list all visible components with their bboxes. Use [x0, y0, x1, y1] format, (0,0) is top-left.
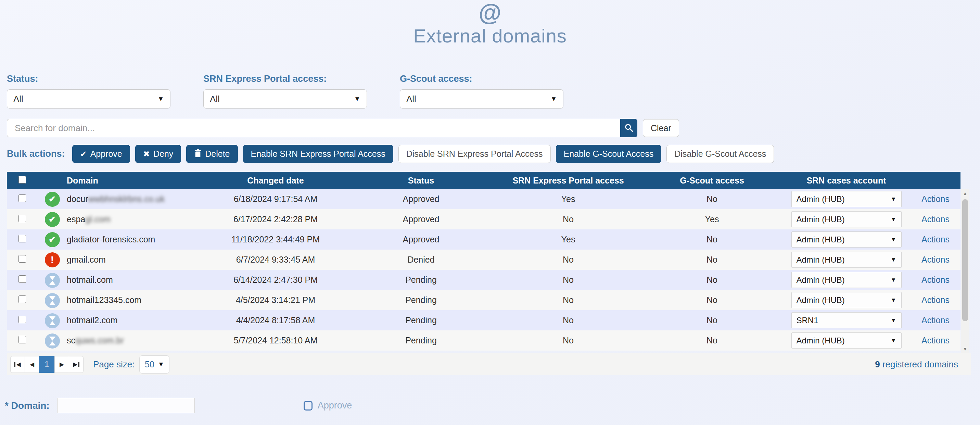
clear-search-button[interactable]: Clear	[643, 119, 679, 137]
domain-cell: hotmail2.com	[67, 310, 204, 330]
domain-column-header: Domain	[67, 172, 204, 189]
x-icon: ✖	[143, 150, 150, 158]
pending-status-icon	[45, 273, 60, 288]
actions-link[interactable]: Actions	[921, 194, 950, 204]
changed-date-cell: 6/14/2024 2:47:30 PM	[204, 270, 347, 290]
bulk-deny-button[interactable]: ✖ Deny	[135, 145, 181, 163]
srn-access-cell: Yes	[495, 230, 642, 250]
search-input[interactable]	[7, 119, 620, 137]
table-row: ✔ docurwwbhnsklrbns.co.uk 6/18/2024 9:17…	[7, 189, 961, 209]
changed-date-cell: 4/4/2024 8:17:58 AM	[204, 310, 347, 330]
filter-srn-access: SRN Express Portal access: All ▼	[203, 73, 367, 108]
actions-link[interactable]: Actions	[921, 315, 950, 325]
row-checkbox[interactable]	[19, 295, 26, 303]
scrollbar-thumb[interactable]	[962, 199, 968, 321]
bulk-delete-button[interactable]: Delete	[186, 145, 237, 163]
domain-cell: espagl.com	[67, 209, 204, 230]
table-row: hotmail2.com 4/4/2024 8:17:58 AM Pending…	[7, 310, 961, 330]
srn-cases-account-select[interactable]: Admin (HUB) ▼	[791, 191, 902, 207]
srn-access-cell: No	[495, 209, 642, 230]
bulk-approve-button[interactable]: ✔ Approve	[72, 145, 130, 163]
row-checkbox[interactable]	[19, 235, 26, 242]
page-size-select[interactable]: 50 ▼	[139, 356, 169, 373]
actions-link[interactable]: Actions	[921, 234, 950, 244]
pending-status-icon	[45, 313, 60, 329]
new-domain-input[interactable]	[57, 398, 195, 413]
gscout-access-cell: No	[642, 270, 782, 290]
external-domains-page: @ External domains Status: All ▼ SRN Exp…	[0, 0, 980, 429]
status-filter-value: All	[13, 94, 23, 104]
row-checkbox[interactable]	[19, 275, 26, 283]
at-icon: @	[0, 1, 980, 24]
bottom-strip	[0, 425, 980, 429]
scroll-up-icon[interactable]: ▲	[963, 191, 968, 196]
row-checkbox[interactable]	[19, 316, 26, 323]
disable-gscout-access-button[interactable]: Disable G-Scout Access	[667, 145, 774, 163]
search-row: Clear	[7, 119, 973, 137]
srn-access-cell: No	[495, 330, 642, 351]
domain-cell: gmail.com	[67, 250, 204, 270]
row-checkbox[interactable]	[19, 255, 26, 263]
changed-date-cell: 6/7/2024 9:33:45 AM	[204, 250, 347, 270]
scroll-down-icon[interactable]: ▼	[963, 346, 968, 351]
gscout-access-cell: No	[642, 330, 782, 351]
gscout-access-filter-select[interactable]: All ▼	[400, 89, 563, 108]
actions-link[interactable]: Actions	[921, 335, 950, 345]
first-page-button[interactable]: ◀	[10, 356, 25, 373]
chevron-down-icon: ▼	[158, 360, 164, 368]
status-cell: Pending	[347, 330, 495, 351]
status-filter-select[interactable]: All ▼	[7, 89, 170, 108]
srn-access-column-header: SRN Express Portal access	[495, 172, 642, 189]
approved-status-icon: ✔	[45, 232, 60, 247]
chevron-down-icon: ▼	[891, 216, 896, 223]
chevron-down-icon: ▼	[550, 95, 557, 103]
srn-cases-account-select[interactable]: Admin (HUB) ▼	[791, 252, 902, 268]
registered-domains-summary: 9 registered domains	[875, 359, 958, 370]
bulk-actions-label: Bulk actions:	[7, 148, 65, 159]
next-page-button[interactable]: ▶	[54, 356, 69, 373]
last-page-button[interactable]: ▶	[69, 356, 84, 373]
srn-access-cell: No	[495, 270, 642, 290]
status-cell: Approved	[347, 209, 495, 230]
approve-checkbox[interactable]	[304, 401, 312, 410]
chevron-down-icon: ▼	[891, 317, 896, 324]
enable-srn-access-button[interactable]: Enable SRN Express Portal Access	[243, 145, 393, 163]
page-size-value: 50	[145, 359, 154, 369]
arrow-right-icon: ▶	[73, 361, 77, 368]
select-all-checkbox[interactable]	[19, 176, 26, 183]
srn-access-filter-select[interactable]: All ▼	[203, 89, 367, 108]
table-header-row: Domain Changed date Status SRN Express P…	[7, 172, 961, 189]
srn-cases-account-select[interactable]: SRN1 ▼	[791, 312, 902, 329]
srn-access-cell: Yes	[495, 189, 642, 209]
gscout-access-cell: No	[642, 290, 782, 310]
search-button[interactable]	[620, 119, 637, 137]
srn-cases-account-select[interactable]: Admin (HUB) ▼	[791, 211, 902, 227]
row-checkbox[interactable]	[19, 195, 26, 202]
domain-cell: gladiator-forensics.com	[67, 230, 204, 250]
previous-page-button[interactable]: ◀	[25, 356, 39, 373]
current-page-button[interactable]: 1	[39, 356, 55, 373]
status-cell: Pending	[347, 290, 495, 310]
srn-cases-account-select[interactable]: Admin (HUB) ▼	[791, 272, 902, 288]
row-checkbox[interactable]	[19, 336, 26, 343]
domains-table: Domain Changed date Status SRN Express P…	[7, 172, 961, 351]
disable-srn-access-button[interactable]: Disable SRN Express Portal Access	[398, 145, 551, 163]
srn-cases-account-select[interactable]: Admin (HUB) ▼	[791, 292, 902, 308]
row-checkbox[interactable]	[19, 215, 26, 222]
chevron-down-icon: ▼	[891, 196, 896, 203]
srn-cases-account-column-header: SRN cases account	[782, 172, 910, 189]
actions-link[interactable]: Actions	[921, 275, 950, 284]
chevron-down-icon: ▼	[891, 337, 896, 344]
actions-link[interactable]: Actions	[921, 214, 950, 224]
approve-group: Approve	[304, 400, 352, 411]
table-scrollbar[interactable]: ▲ ▼	[961, 189, 969, 353]
actions-link[interactable]: Actions	[921, 295, 950, 305]
actions-link[interactable]: Actions	[921, 255, 950, 264]
status-icon-column-header	[38, 172, 67, 189]
srn-cases-account-select[interactable]: Admin (HUB) ▼	[791, 332, 902, 349]
gscout-access-column-header: G-Scout access	[642, 172, 782, 189]
gscout-access-filter-label: G-Scout access:	[400, 73, 563, 84]
srn-cases-account-select[interactable]: Admin (HUB) ▼	[791, 231, 902, 247]
enable-gscout-access-button[interactable]: Enable G-Scout Access	[556, 145, 662, 163]
gscout-access-cell: No	[642, 250, 782, 270]
